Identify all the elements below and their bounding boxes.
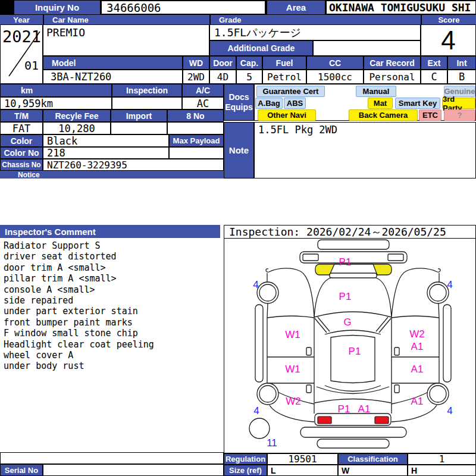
spare-tire: [249, 418, 270, 439]
recycle-fee-value: 10,280: [43, 122, 111, 134]
rear-window-outer: [317, 387, 389, 394]
wd-value: 2WD: [183, 70, 209, 84]
right-rear-door-handle: [394, 385, 399, 393]
label-g-windshield: G: [343, 317, 351, 328]
ac-value: AC: [182, 97, 224, 109]
area-label: Area: [267, 1, 325, 14]
regulation-label: Regulation: [224, 453, 267, 465]
rear-window-inner: [325, 386, 381, 392]
car-record-value: Personal: [364, 70, 421, 84]
comment-line: Radiator Support S: [4, 240, 220, 251]
area-value: OKINAWA TOMIGUSUKU SHI: [326, 1, 476, 14]
auction-sheet: Inquiry No 34666006 Area OKINAWA TOMIGUS…: [0, 0, 476, 476]
chassis-no-label: Chassis No: [0, 159, 43, 171]
ext-value: C: [421, 70, 447, 84]
color-value: Black: [43, 134, 169, 147]
label-11-spare: 11: [267, 437, 277, 449]
ac-label: A/C: [182, 84, 224, 97]
classification-label: Classification: [338, 453, 408, 465]
comment-line: pillar trim A <small>: [4, 273, 220, 284]
label-4-front-right: 4: [447, 279, 452, 290]
inspection-label: Inspection: [112, 84, 182, 97]
left-rocker: [255, 305, 263, 382]
hood-left-edge: [314, 278, 331, 317]
fuel-label: Fuel: [262, 56, 306, 70]
comment-line: door trim A <small>: [4, 262, 220, 273]
size-w-cell: W: [338, 465, 408, 476]
wd-label: WD: [183, 56, 209, 70]
car-damage-diagram: P1 P1 G W1 W2 A1 P1 W1 A1 W2 A1 P1 A1 4 …: [224, 239, 475, 453]
cowl-strip: [330, 273, 377, 278]
year-month-slash: [1, 25, 43, 84]
label-p1-trunk: P1: [338, 403, 350, 415]
label-w1-left-door: W1: [285, 364, 300, 375]
km-value: 10,959km: [0, 97, 112, 109]
left-mirror: [266, 269, 269, 273]
a-pillar-right: [376, 317, 391, 333]
inquiry-no-value: 34666006: [101, 1, 265, 14]
headlight-left: [303, 254, 318, 261]
badge-3rd-party: 3rd Party: [442, 98, 475, 109]
badge-back-camera: Back Camera: [349, 109, 418, 121]
badge-smart-key: Smart Key: [395, 98, 440, 109]
car-name-label: Car Name: [44, 15, 209, 24]
docs-label-line1: Docs: [228, 92, 249, 102]
door-label: Door: [209, 56, 236, 70]
comment-line: F window small stone chip: [4, 328, 220, 339]
left-front-door-handle: [306, 347, 311, 355]
year-label: Year: [0, 15, 43, 24]
import-label: Import: [111, 109, 167, 122]
windshield-top: [314, 312, 392, 317]
badge-manual: Manual: [356, 86, 396, 97]
label-4-front-left: 4: [253, 279, 258, 290]
left-quarter-bottom: [270, 405, 314, 422]
max-payload-label: Max Payload: [169, 134, 224, 147]
inspector-comment-title: Inspector's Comment: [0, 225, 220, 238]
badge-abs: ABS: [284, 98, 306, 109]
additional-grade-value: [313, 40, 421, 56]
ext-label: Ext: [421, 56, 447, 70]
wheel-rear-right-inner: [430, 386, 446, 402]
label-w2-right-fender: W2: [409, 328, 425, 340]
regulation-value: 19501: [267, 453, 338, 465]
int-value: B: [447, 70, 476, 84]
wheel-front-right-inner: [430, 284, 446, 301]
right-mirror: [437, 269, 440, 273]
rear-lower-strip: [300, 427, 406, 437]
door-value: 4D: [209, 70, 236, 84]
label-a1-right-quarter: A1: [411, 396, 424, 407]
right-rocker: [443, 305, 451, 382]
int-label: Int: [447, 56, 476, 70]
score-label: Score: [422, 15, 476, 24]
comment-line: front bumper paint marks: [4, 317, 220, 328]
comment-line: wheel cover A: [4, 350, 220, 361]
size-h-cell: H: [408, 465, 476, 476]
windshield-bottom: [325, 330, 381, 334]
label-p1-roof: P1: [349, 346, 361, 357]
comment-line: under part exterior stain: [4, 306, 220, 317]
damage-diagram-panel: P1 P1 G W1 W2 A1 P1 W1 A1 W2 A1 P1 A1 4 …: [224, 238, 476, 453]
right-quarter-bottom: [392, 405, 437, 422]
comment-line: console A <small>: [4, 284, 220, 295]
left-rear-door-handle: [306, 385, 311, 393]
inspector-comment-list: Radiator Support S driver seat distorted…: [4, 240, 220, 376]
note-value: 1.5FL Pkg 2WD: [254, 122, 476, 178]
tm-label: T/M: [0, 109, 43, 122]
size-ref-label: Size (ref): [224, 465, 267, 476]
badge-airbag: A.Bag: [255, 98, 283, 109]
serial-no-value: [43, 464, 224, 476]
eight-no-label: 8 No: [167, 109, 224, 122]
label-a1-trunk: A1: [358, 403, 371, 415]
year-cell: 2021 01: [0, 24, 43, 84]
additional-grade-label: Additional Grade: [209, 40, 313, 56]
color-no-label: Color No: [0, 147, 43, 159]
inspection-value: [112, 97, 182, 109]
car-record-label: Car Record: [364, 56, 421, 70]
model-label: Model: [43, 56, 183, 70]
chassis-no-value: NZT260-3229395: [43, 159, 224, 171]
wheel-rear-left-inner: [259, 386, 276, 402]
serial-no-label: Serial No: [0, 464, 43, 476]
import-value: [111, 122, 167, 134]
rear-plate-strip: [317, 439, 389, 448]
inspection-period: Inspection: 2026/02/24～2026/05/25: [224, 225, 476, 239]
